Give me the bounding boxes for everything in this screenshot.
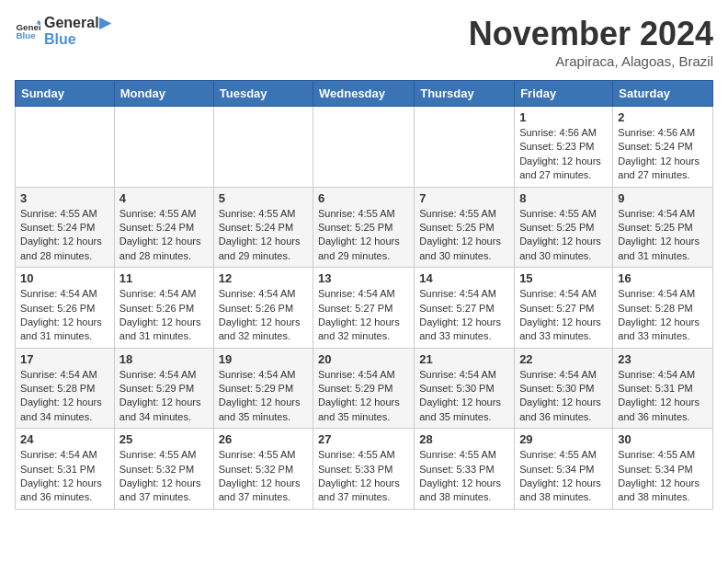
day-info: Sunrise: 4:55 AM Sunset: 5:32 PM Dayligh…	[219, 448, 308, 505]
day-number: 1	[519, 110, 608, 124]
calendar-day-cell: 16Sunrise: 4:54 AM Sunset: 5:28 PM Dayli…	[613, 268, 713, 349]
logo-icon: General Blue	[15, 18, 40, 44]
day-info: Sunrise: 4:54 AM Sunset: 5:27 PM Dayligh…	[419, 287, 509, 344]
day-info: Sunrise: 4:54 AM Sunset: 5:26 PM Dayligh…	[119, 287, 209, 344]
day-number: 7	[419, 191, 509, 205]
calendar-day-cell: 18Sunrise: 4:54 AM Sunset: 5:29 PM Dayli…	[114, 348, 213, 429]
day-info: Sunrise: 4:55 AM Sunset: 5:34 PM Dayligh…	[519, 448, 608, 505]
day-info: Sunrise: 4:56 AM Sunset: 5:24 PM Dayligh…	[618, 126, 708, 183]
day-number: 23	[618, 352, 708, 366]
calendar-week-row: 24Sunrise: 4:54 AM Sunset: 5:31 PM Dayli…	[16, 429, 713, 510]
day-number: 19	[219, 352, 308, 366]
day-info: Sunrise: 4:54 AM Sunset: 5:29 PM Dayligh…	[318, 368, 409, 425]
day-info: Sunrise: 4:56 AM Sunset: 5:23 PM Dayligh…	[519, 126, 608, 183]
day-number: 11	[119, 271, 209, 285]
day-info: Sunrise: 4:54 AM Sunset: 5:31 PM Dayligh…	[618, 368, 708, 425]
day-info: Sunrise: 4:54 AM Sunset: 5:28 PM Dayligh…	[20, 368, 109, 425]
day-info: Sunrise: 4:54 AM Sunset: 5:27 PM Dayligh…	[519, 287, 608, 344]
calendar-day-cell	[415, 107, 515, 188]
calendar-day-cell: 10Sunrise: 4:54 AM Sunset: 5:26 PM Dayli…	[16, 268, 115, 349]
calendar-body: 1Sunrise: 4:56 AM Sunset: 5:23 PM Daylig…	[16, 107, 713, 510]
calendar-table: SundayMondayTuesdayWednesdayThursdayFrid…	[15, 80, 713, 510]
day-number: 13	[318, 271, 409, 285]
weekday-header: Monday	[114, 81, 213, 107]
calendar-week-row: 3Sunrise: 4:55 AM Sunset: 5:24 PM Daylig…	[16, 187, 713, 268]
day-number: 5	[219, 191, 308, 205]
location: Arapiraca, Alagoas, Brazil	[469, 53, 713, 69]
calendar-day-cell: 1Sunrise: 4:56 AM Sunset: 5:23 PM Daylig…	[515, 107, 613, 188]
day-number: 10	[20, 271, 109, 285]
day-info: Sunrise: 4:55 AM Sunset: 5:24 PM Dayligh…	[219, 207, 308, 264]
calendar-day-cell	[114, 107, 213, 188]
day-number: 3	[20, 191, 109, 205]
weekday-header: Thursday	[415, 81, 515, 107]
day-number: 21	[419, 352, 509, 366]
calendar-day-cell	[213, 107, 313, 188]
calendar-day-cell: 29Sunrise: 4:55 AM Sunset: 5:34 PM Dayli…	[515, 429, 613, 510]
calendar-day-cell: 3Sunrise: 4:55 AM Sunset: 5:24 PM Daylig…	[16, 187, 115, 268]
weekday-header: Sunday	[16, 81, 115, 107]
day-number: 22	[519, 352, 608, 366]
month-title: November 2024	[469, 15, 713, 53]
calendar-week-row: 17Sunrise: 4:54 AM Sunset: 5:28 PM Dayli…	[16, 348, 713, 429]
day-info: Sunrise: 4:55 AM Sunset: 5:25 PM Dayligh…	[419, 207, 509, 264]
calendar-day-cell: 15Sunrise: 4:54 AM Sunset: 5:27 PM Dayli…	[515, 268, 613, 349]
day-number: 6	[318, 191, 409, 205]
calendar-day-cell: 21Sunrise: 4:54 AM Sunset: 5:30 PM Dayli…	[415, 348, 515, 429]
calendar-day-cell: 11Sunrise: 4:54 AM Sunset: 5:26 PM Dayli…	[114, 268, 213, 349]
calendar-day-cell: 23Sunrise: 4:54 AM Sunset: 5:31 PM Dayli…	[613, 348, 713, 429]
calendar-day-cell: 12Sunrise: 4:54 AM Sunset: 5:26 PM Dayli…	[213, 268, 313, 349]
day-number: 16	[618, 271, 708, 285]
day-number: 4	[119, 191, 209, 205]
day-number: 25	[119, 432, 209, 446]
calendar-day-cell: 22Sunrise: 4:54 AM Sunset: 5:30 PM Dayli…	[515, 348, 613, 429]
day-number: 27	[318, 432, 409, 446]
calendar-day-cell: 13Sunrise: 4:54 AM Sunset: 5:27 PM Dayli…	[313, 268, 415, 349]
weekday-header: Friday	[515, 81, 613, 107]
title-block: November 2024 Arapiraca, Alagoas, Brazil	[469, 15, 713, 69]
day-number: 2	[618, 110, 708, 124]
day-info: Sunrise: 4:55 AM Sunset: 5:34 PM Dayligh…	[618, 448, 708, 505]
day-info: Sunrise: 4:54 AM Sunset: 5:29 PM Dayligh…	[219, 368, 308, 425]
calendar-day-cell: 14Sunrise: 4:54 AM Sunset: 5:27 PM Dayli…	[415, 268, 515, 349]
day-number: 8	[519, 191, 608, 205]
weekday-header: Saturday	[613, 81, 713, 107]
calendar-header-row: SundayMondayTuesdayWednesdayThursdayFrid…	[16, 81, 713, 107]
calendar-day-cell: 25Sunrise: 4:55 AM Sunset: 5:32 PM Dayli…	[114, 429, 213, 510]
day-number: 29	[519, 432, 608, 446]
day-info: Sunrise: 4:55 AM Sunset: 5:32 PM Dayligh…	[119, 448, 209, 505]
calendar-day-cell	[313, 107, 415, 188]
day-info: Sunrise: 4:55 AM Sunset: 5:25 PM Dayligh…	[318, 207, 409, 264]
day-info: Sunrise: 4:55 AM Sunset: 5:24 PM Dayligh…	[119, 207, 209, 264]
day-info: Sunrise: 4:54 AM Sunset: 5:25 PM Dayligh…	[618, 207, 708, 264]
calendar-day-cell: 19Sunrise: 4:54 AM Sunset: 5:29 PM Dayli…	[213, 348, 313, 429]
day-info: Sunrise: 4:55 AM Sunset: 5:33 PM Dayligh…	[419, 448, 509, 505]
calendar-day-cell: 7Sunrise: 4:55 AM Sunset: 5:25 PM Daylig…	[415, 187, 515, 268]
calendar-day-cell: 27Sunrise: 4:55 AM Sunset: 5:33 PM Dayli…	[313, 429, 415, 510]
day-info: Sunrise: 4:54 AM Sunset: 5:30 PM Dayligh…	[519, 368, 608, 425]
calendar-day-cell: 20Sunrise: 4:54 AM Sunset: 5:29 PM Dayli…	[313, 348, 415, 429]
day-info: Sunrise: 4:54 AM Sunset: 5:29 PM Dayligh…	[119, 368, 209, 425]
day-info: Sunrise: 4:54 AM Sunset: 5:31 PM Dayligh…	[20, 448, 109, 505]
logo: General Blue General▶ Blue	[15, 15, 110, 49]
day-number: 28	[419, 432, 509, 446]
day-number: 17	[20, 352, 109, 366]
weekday-header: Wednesday	[313, 81, 415, 107]
day-number: 24	[20, 432, 109, 446]
calendar-day-cell: 5Sunrise: 4:55 AM Sunset: 5:24 PM Daylig…	[213, 187, 313, 268]
calendar-day-cell	[16, 107, 115, 188]
page-header: General Blue General▶ Blue November 2024…	[15, 15, 713, 69]
day-info: Sunrise: 4:55 AM Sunset: 5:33 PM Dayligh…	[318, 448, 409, 505]
day-info: Sunrise: 4:54 AM Sunset: 5:28 PM Dayligh…	[618, 287, 708, 344]
day-info: Sunrise: 4:54 AM Sunset: 5:26 PM Dayligh…	[219, 287, 308, 344]
day-info: Sunrise: 4:55 AM Sunset: 5:25 PM Dayligh…	[519, 207, 608, 264]
day-number: 12	[219, 271, 308, 285]
day-info: Sunrise: 4:54 AM Sunset: 5:27 PM Dayligh…	[318, 287, 409, 344]
calendar-day-cell: 2Sunrise: 4:56 AM Sunset: 5:24 PM Daylig…	[613, 107, 713, 188]
calendar-week-row: 10Sunrise: 4:54 AM Sunset: 5:26 PM Dayli…	[16, 268, 713, 349]
day-number: 20	[318, 352, 409, 366]
calendar-day-cell: 26Sunrise: 4:55 AM Sunset: 5:32 PM Dayli…	[213, 429, 313, 510]
calendar-day-cell: 4Sunrise: 4:55 AM Sunset: 5:24 PM Daylig…	[114, 187, 213, 268]
day-number: 14	[419, 271, 509, 285]
calendar-day-cell: 8Sunrise: 4:55 AM Sunset: 5:25 PM Daylig…	[515, 187, 613, 268]
